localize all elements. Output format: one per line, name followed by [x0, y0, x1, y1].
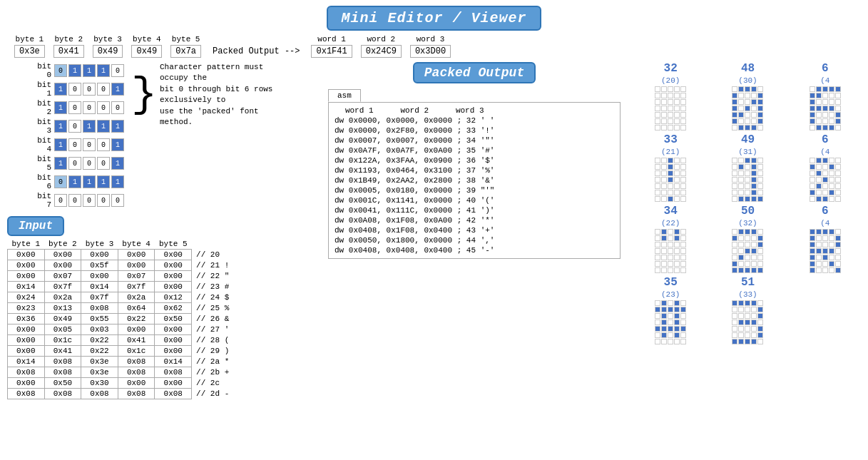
bit-cell-2-0[interactable]: 1 — [54, 101, 67, 114]
bitmap-cell-5-2-3 — [829, 170, 834, 176]
bit-cell-3-2[interactable]: 1 — [83, 120, 96, 133]
bitmap-cell-1-2-3 — [751, 99, 757, 105]
tab-asm[interactable]: asm — [328, 89, 361, 102]
input-table-row: 0x000x050x030x000x00// 27 ' — [8, 324, 234, 335]
bit-cell-5-1[interactable]: 0 — [68, 157, 81, 170]
bit-cell-4-3[interactable]: 0 — [97, 138, 110, 151]
bit-cell-3-1[interactable]: 0 — [68, 120, 81, 133]
bit-row-label-0: bit 0 — [29, 62, 51, 79]
char-num-7: 50 — [741, 205, 755, 218]
bitmap-cell-9-1-4 — [680, 307, 686, 312]
bitmap-cell-4-4-0 — [732, 183, 737, 189]
bitmap-cell-8-1-3 — [829, 235, 834, 241]
input-cell-11-2: 0x3e — [81, 367, 118, 378]
bitmap-cell-1-6-2 — [745, 125, 750, 131]
bitmap-cell-2-5-3 — [829, 118, 834, 124]
bitmap-cell-2-6-3 — [829, 125, 834, 131]
input-cell-10-1: 0x08 — [44, 357, 81, 367]
bitmap-cell-10-4-3 — [751, 326, 757, 332]
bitmap-cell-6-3-0 — [655, 248, 660, 254]
bitmap-cell-5-3-0 — [810, 177, 815, 183]
bit-cell-2-1[interactable]: 0 — [68, 101, 81, 114]
bit-cell-1-2[interactable]: 0 — [83, 83, 96, 96]
bitmap-cell-1-3-3 — [751, 106, 757, 111]
input-cell-10-4: 0x14 — [155, 357, 192, 367]
bit-cell-4-1[interactable]: 0 — [68, 138, 81, 151]
input-cell-4-0: 0x24 — [8, 292, 45, 303]
bitmap-cell-6-5-1 — [661, 261, 667, 267]
char-sub-7: (32) — [738, 219, 757, 228]
bitmap-cell-9-5-0 — [655, 332, 660, 338]
bitmap-cell-10-0-0 — [732, 300, 737, 306]
bit-cell-3-4[interactable]: 1 — [111, 120, 124, 133]
bit-cell-7-1[interactable]: 0 — [68, 194, 81, 207]
input-cell-12-0: 0x00 — [8, 378, 45, 389]
bitmap-cell-6-3-4 — [680, 248, 686, 254]
bit-cell-4-2[interactable]: 0 — [83, 138, 96, 151]
bit-cell-0-4[interactable]: 0 — [111, 64, 124, 77]
output-table-row: dw 0x0005, 0x0180, 0x0000 ; 39 "'" — [332, 185, 497, 195]
output-table: word 1word 2word 3dw 0x0000, 0x0000, 0x0… — [332, 106, 497, 255]
bit-cell-5-4[interactable]: 1 — [111, 157, 124, 170]
bitmap-cell-5-6-2 — [822, 196, 828, 202]
bitmap-cell-0-1-2 — [668, 93, 673, 98]
bitmap-cell-8-3-4 — [835, 248, 841, 254]
char-num-3: 33 — [664, 133, 678, 146]
bit-cell-3-0[interactable]: 1 — [54, 120, 67, 133]
bitmap-cell-10-4-4 — [757, 326, 763, 332]
bit-cell-2-3[interactable]: 0 — [97, 101, 110, 114]
bitmap-cell-3-4-4 — [680, 183, 686, 189]
bit-cell-2-4[interactable]: 0 — [111, 101, 124, 114]
bit-cell-6-2[interactable]: 1 — [83, 175, 96, 188]
bit-cell-6-4[interactable]: 1 — [111, 175, 124, 188]
output-row-7: dw 0x0005, 0x0180, 0x0000 ; 39 "'" — [332, 185, 497, 195]
bit-cell-7-3[interactable]: 0 — [97, 194, 110, 207]
input-cell-5-1: 0x13 — [44, 303, 81, 314]
bitmap-cell-7-5-4 — [757, 261, 763, 267]
bit-cell-0-0[interactable]: 0 — [54, 64, 67, 77]
bitmap-cell-8-4-0 — [810, 255, 815, 260]
char-num-2: 6 — [822, 62, 829, 75]
bitmap-cell-0-3-2 — [668, 106, 673, 111]
bit-row-0: bit 001110 — [29, 62, 126, 79]
bitmap-cell-9-3-4 — [680, 320, 686, 325]
output-table-row: dw 0x0A08, 0x1F08, 0x0A00 ; 42 '*' — [332, 215, 497, 225]
byte-group-5: byte 5 0x7a — [170, 35, 201, 58]
bit-cell-7-2[interactable]: 0 — [83, 194, 96, 207]
bit-row-label-2: bit 2 — [29, 99, 51, 116]
bitmap-cell-6-2-3 — [674, 242, 680, 247]
bit-cell-7-0[interactable]: 0 — [54, 194, 67, 207]
bit-cell-7-4[interactable]: 0 — [111, 194, 124, 207]
bit-cell-1-1[interactable]: 0 — [68, 83, 81, 96]
bit-cell-0-1[interactable]: 1 — [68, 64, 81, 77]
bitmap-cell-10-1-2 — [745, 307, 750, 312]
input-cell-11-3: 0x08 — [118, 367, 155, 378]
bit-cell-4-0[interactable]: 1 — [54, 138, 67, 151]
bit-cell-1-4[interactable]: 1 — [111, 83, 124, 96]
output-row-1: dw 0x0000, 0x2F80, 0x0000 ; 33 '!' — [332, 126, 497, 136]
right-panel: 32(20)48(30)6(433(21)49(31)6(434(22)50(3… — [628, 59, 868, 460]
bitmap-cell-5-2-1 — [816, 170, 822, 176]
bitmap-cell-5-1-3 — [829, 164, 834, 170]
bit-cell-6-3[interactable]: 1 — [97, 175, 110, 188]
bitmap-cell-4-4-4 — [757, 183, 763, 189]
bit-cell-3-3[interactable]: 1 — [97, 120, 110, 133]
bitmap-cell-10-2-2 — [745, 313, 750, 319]
bit-cell-6-1[interactable]: 1 — [68, 175, 81, 188]
bit-cell-5-2[interactable]: 0 — [83, 157, 96, 170]
bit-cell-2-2[interactable]: 0 — [83, 101, 96, 114]
bit-cell-1-0[interactable]: 1 — [54, 83, 67, 96]
input-cell-4-3: 0x2a — [118, 292, 155, 303]
bitmap-cell-4-5-0 — [732, 190, 737, 195]
output-col-word1: word 1 — [332, 106, 387, 116]
bit-cell-1-3[interactable]: 0 — [97, 83, 110, 96]
bitmap-cell-10-3-1 — [738, 320, 744, 325]
bit-cell-0-2[interactable]: 1 — [83, 64, 96, 77]
bit-cell-5-0[interactable]: 1 — [54, 157, 67, 170]
bit-cell-4-4[interactable]: 1 — [111, 138, 124, 151]
bit-cell-6-0[interactable]: 0 — [54, 175, 67, 188]
bit-cell-0-3[interactable]: 1 — [97, 64, 110, 77]
bit-cell-5-3[interactable]: 0 — [97, 157, 110, 170]
bitmap-cell-0-4-4 — [680, 112, 686, 118]
page-wrapper: Mini Editor / Viewer byte 1 0x3ebyte 2 0… — [0, 0, 868, 460]
